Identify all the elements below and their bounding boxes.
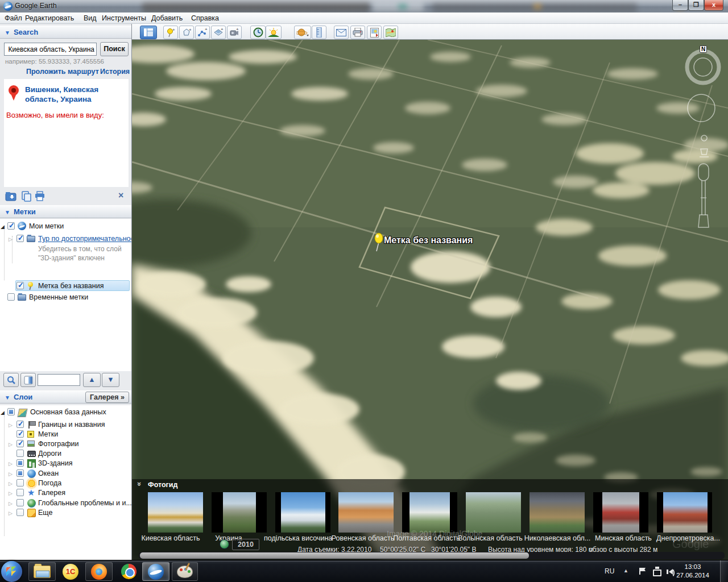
checkbox-weather[interactable] [16,479,24,487]
move-down-button[interactable]: ▼ [102,373,119,387]
menu-help[interactable]: Справка [188,14,222,23]
checkbox-roads[interactable] [16,450,24,457]
add-path-icon[interactable]: + [195,26,210,39]
show-desktop-button[interactable] [720,560,728,582]
network-icon[interactable] [653,569,661,576]
placemark-label[interactable]: Метка без названия [384,235,473,246]
layer-item-ocean[interactable]: Океан [38,469,59,477]
close-button[interactable]: x [704,0,723,11]
checkbox-ocean[interactable] [16,469,24,477]
history-link[interactable]: История [100,68,130,76]
taskbar-paint-button[interactable] [172,562,198,581]
minimize-button[interactable]: – [672,0,688,11]
photo-thumbnail[interactable] [338,492,394,533]
move-up-button[interactable]: ▲ [83,373,101,387]
checkbox-photos[interactable]: ✓ [16,440,24,447]
places-panel-header[interactable]: ▼Метки [0,205,131,218]
expander-closed-icon[interactable]: ▷ [9,236,13,242]
taskbar-1c-button[interactable]: 1С [58,562,83,581]
layer-item-more[interactable]: Еще [38,509,52,517]
sunlight-icon[interactable] [266,26,282,39]
layer-item-roads[interactable]: Дороги [38,450,61,458]
taskbar-explorer-button[interactable] [28,562,56,581]
expander-closed-icon[interactable]: ▷ [9,422,13,428]
start-button[interactable] [1,561,22,582]
planets-icon[interactable] [294,26,311,39]
checkbox-borders[interactable]: ✓ [16,421,24,428]
photo-thumbnail[interactable] [657,492,712,533]
tray-clock[interactable]: 13:03 27.06.2014 [670,563,715,580]
layer-item-weather[interactable]: Погода [38,479,61,487]
save-search-results-icon[interactable] [5,190,16,202]
expander-closed-icon[interactable]: ▷ [9,501,13,506]
tree-item-placemark[interactable]: Метка без названия [38,282,104,290]
expander-closed-icon[interactable]: ▷ [9,461,13,467]
checkbox-my-places[interactable]: ✓ [7,222,15,230]
checkbox-global-awareness[interactable] [16,499,24,506]
sidebar-toggle-icon[interactable] [140,26,157,39]
checkbox-tour[interactable]: ✓ [16,235,24,242]
map-pushpin-icon[interactable] [373,232,384,252]
taskbar-chrome-button[interactable] [116,562,141,581]
add-image-overlay-icon[interactable]: + [211,26,226,39]
expander-open-icon[interactable]: ◢ [1,410,5,415]
tree-item-tour[interactable]: Тур по достопримечательнос [38,235,131,243]
menu-add[interactable]: Добавить [148,14,186,23]
imagery-date-badge[interactable]: 2010 [232,539,259,550]
checkbox-more[interactable] [16,509,24,516]
photo-thumbnail[interactable] [530,492,585,533]
taskbar-google-earth-button[interactable] [142,562,169,581]
historical-imagery-icon[interactable] [250,26,266,39]
layer-item-gallery[interactable]: Галерея [38,489,65,497]
tree-item-temp-places[interactable]: Временные метки [29,293,88,301]
photo-thumbnail[interactable] [212,492,267,533]
expander-open-icon[interactable]: ◢ [1,224,5,230]
search-result-item[interactable]: Вишенки, Киевская область, Украина [25,85,116,104]
compass-north-icon[interactable]: N [700,45,707,53]
restore-button[interactable]: ❐ [688,0,704,11]
search-input[interactable] [4,43,97,56]
add-placemark-icon[interactable]: + [163,26,178,39]
checkbox-placemarks-layer[interactable]: ✓ [16,430,24,438]
layer-item-database[interactable]: Основная база данных [30,408,106,416]
view-in-maps-icon[interactable] [383,26,398,39]
layer-item-3d-buildings[interactable]: 3D-здания [38,459,73,467]
save-image-icon[interactable] [367,26,382,39]
tree-item-my-places[interactable]: Мои метки [29,222,64,230]
print-results-icon[interactable] [34,190,46,202]
panel-view-button[interactable] [20,373,36,387]
print-icon[interactable] [350,26,365,39]
photo-strip-scrollbar[interactable] [139,552,725,559]
menu-view[interactable]: Вид [80,14,100,23]
hidden-icons-chevron[interactable]: ▲ [623,568,628,573]
photo-thumbnail[interactable] [148,492,203,533]
expander-closed-icon[interactable]: ▷ [9,481,13,487]
expander-closed-icon[interactable]: ▷ [9,442,13,447]
language-indicator[interactable]: RU [605,567,614,575]
ruler-icon[interactable] [312,26,326,39]
layer-item-placemarks[interactable]: Метки [38,430,58,438]
email-icon[interactable] [334,26,349,39]
search-places-button[interactable] [3,373,19,387]
gallery-button[interactable]: Галерея » [85,392,129,403]
record-tour-icon[interactable]: + [227,26,242,39]
checkbox-layer-db[interactable] [7,408,15,415]
expander-closed-icon[interactable]: ▷ [9,471,13,477]
checkbox-temp-places[interactable] [7,293,15,301]
photo-thumbnail[interactable] [593,492,648,533]
scrollbar-thumb[interactable] [140,552,529,559]
layer-item-photos[interactable]: Фотографии [38,440,78,448]
layer-item-global-awareness[interactable]: Глобальные проблемы и и... [38,499,132,507]
copy-icon[interactable] [20,190,32,202]
photo-thumbnail[interactable] [402,492,457,533]
close-panel-icon[interactable]: × [118,190,123,201]
checkbox-3d-buildings[interactable] [16,459,24,467]
directions-link[interactable]: Проложить маршрут [26,68,99,76]
menu-tools[interactable]: Инструменты [98,14,150,23]
search-panel-header[interactable]: ▼Search [0,26,131,39]
checkbox-placemark[interactable]: ✓ [16,282,24,289]
layer-item-borders[interactable]: Границы и названия [38,421,105,429]
checkbox-gallery[interactable] [16,489,24,496]
imagery-clock-icon[interactable] [220,539,229,549]
taskbar-firefox-button[interactable] [85,562,113,581]
